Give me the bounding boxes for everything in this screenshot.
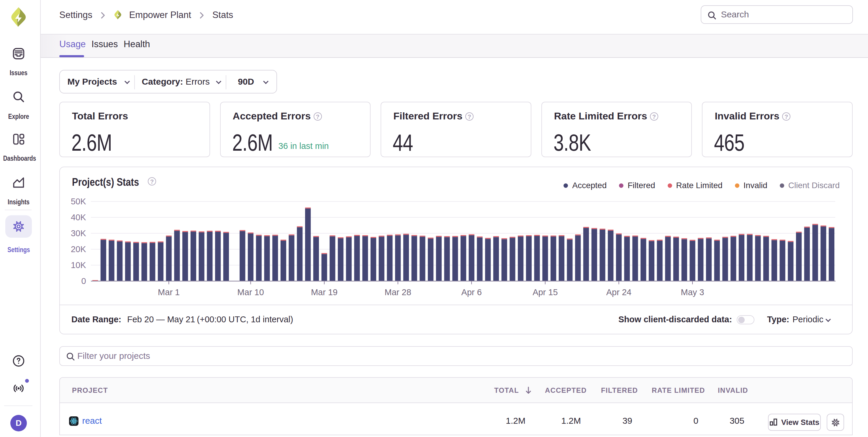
svg-text:Apr 6: Apr 6 bbox=[461, 288, 482, 297]
svg-text:20K: 20K bbox=[71, 244, 86, 254]
svg-text:Apr 15: Apr 15 bbox=[532, 288, 558, 297]
svg-text:30K: 30K bbox=[71, 229, 86, 238]
svg-text:Mar 19: Mar 19 bbox=[311, 288, 338, 297]
svg-text:10K: 10K bbox=[71, 260, 86, 270]
svg-text:Mar 28: Mar 28 bbox=[385, 288, 411, 297]
svg-text:Mar 1: Mar 1 bbox=[158, 288, 180, 297]
svg-text:0: 0 bbox=[81, 276, 86, 286]
svg-text:Mar 10: Mar 10 bbox=[237, 288, 264, 297]
svg-text:50K: 50K bbox=[71, 197, 86, 206]
svg-text:40K: 40K bbox=[71, 212, 86, 222]
svg-text:May 3: May 3 bbox=[681, 288, 704, 297]
svg-text:Apr 24: Apr 24 bbox=[606, 288, 631, 297]
